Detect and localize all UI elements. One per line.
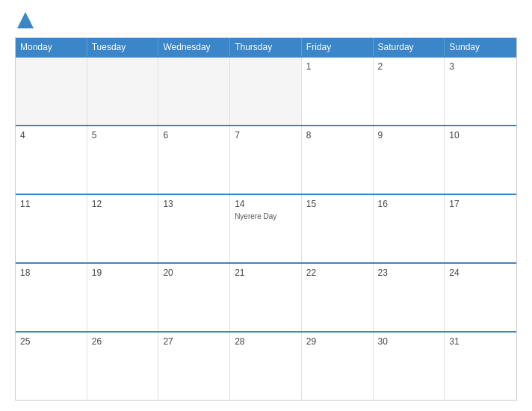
weekday-header: Saturday	[374, 38, 445, 56]
weekday-header: Monday	[16, 38, 87, 56]
calendar-cell: 7	[230, 126, 302, 194]
calendar-cell: 8	[302, 126, 374, 194]
calendar-row: 45678910	[16, 125, 516, 194]
calendar-cell: 30	[374, 333, 445, 400]
calendar-cell: 18	[16, 264, 87, 331]
weekday-header: Wednesday	[158, 38, 230, 56]
calendar-cell	[158, 58, 230, 125]
day-number: 21	[235, 268, 297, 278]
calendar-row: 123	[16, 56, 516, 125]
calendar-cell: 5	[87, 126, 159, 194]
calendar-cell: 26	[87, 333, 159, 400]
calendar-header: MondayTuesdayWednesdayThursdayFridaySatu…	[16, 38, 516, 56]
calendar-cell: 19	[87, 264, 159, 331]
day-number: 16	[378, 199, 440, 209]
calendar-cell: 14Nyerere Day	[230, 195, 302, 262]
calendar-cell: 3	[445, 58, 516, 125]
day-number: 30	[378, 336, 440, 347]
calendar-cell: 27	[158, 333, 230, 400]
calendar-cell: 15	[302, 195, 374, 262]
day-number: 8	[306, 130, 368, 140]
weekday-header: Tuesday	[87, 38, 159, 56]
calendar-cell: 2	[374, 58, 445, 125]
weekday-header: Friday	[302, 38, 374, 56]
calendar-row: 25262728293031	[16, 331, 516, 400]
day-number: 22	[306, 268, 368, 278]
calendar-cell: 21	[230, 264, 302, 331]
calendar-page: MondayTuesdayWednesdayThursdayFridaySatu…	[0, 0, 532, 411]
day-number: 17	[449, 199, 512, 209]
day-number: 12	[92, 199, 154, 209]
weekday-header: Sunday	[445, 38, 516, 56]
calendar-cell: 29	[302, 333, 374, 400]
day-number: 15	[306, 199, 368, 209]
calendar-cell: 12	[87, 195, 159, 262]
logo-icon	[17, 12, 34, 28]
day-number: 14	[235, 199, 297, 209]
svg-marker-0	[17, 12, 34, 28]
calendar-cell: 23	[374, 264, 445, 331]
day-number: 6	[163, 130, 225, 140]
day-number: 19	[92, 268, 154, 278]
calendar-cell	[230, 58, 302, 125]
day-number: 20	[163, 268, 225, 278]
day-number: 26	[92, 336, 154, 347]
day-number: 5	[92, 130, 154, 140]
day-number: 7	[235, 130, 297, 140]
calendar-grid: MondayTuesdayWednesdayThursdayFridaySatu…	[15, 37, 517, 401]
day-number: 23	[378, 268, 440, 278]
day-number: 25	[20, 336, 82, 347]
calendar-row: 11121314Nyerere Day151617	[16, 194, 516, 262]
day-number: 4	[20, 130, 82, 140]
calendar-cell: 28	[230, 333, 302, 400]
calendar-cell: 1	[302, 58, 374, 125]
holiday-label: Nyerere Day	[235, 212, 297, 221]
calendar-cell	[87, 58, 159, 125]
day-number: 1	[306, 61, 368, 72]
calendar-cell: 25	[16, 333, 87, 400]
day-number: 2	[378, 61, 440, 72]
page-header	[15, 13, 517, 30]
calendar-cell: 10	[445, 126, 516, 194]
day-number: 31	[449, 336, 512, 347]
day-number: 13	[163, 199, 225, 209]
calendar-cell: 24	[445, 264, 516, 331]
logo	[15, 13, 34, 30]
weekday-header: Thursday	[230, 38, 302, 56]
calendar-cell: 17	[445, 195, 516, 262]
calendar-cell: 20	[158, 264, 230, 331]
calendar-cell: 31	[445, 333, 516, 400]
calendar-cell: 16	[374, 195, 445, 262]
day-number: 29	[306, 336, 368, 347]
day-number: 24	[449, 268, 512, 278]
calendar-cell: 6	[158, 126, 230, 194]
day-number: 18	[20, 268, 82, 278]
day-number: 27	[163, 336, 225, 347]
day-number: 11	[20, 199, 82, 209]
calendar-row: 18192021222324	[16, 262, 516, 331]
calendar-cell: 4	[16, 126, 87, 194]
day-number: 10	[449, 130, 512, 140]
calendar-cell: 13	[158, 195, 230, 262]
calendar-cell	[16, 58, 87, 125]
calendar-cell: 11	[16, 195, 87, 262]
day-number: 3	[449, 61, 512, 72]
calendar-cell: 9	[374, 126, 445, 194]
calendar-body: 1234567891011121314Nyerere Day1516171819…	[16, 56, 516, 400]
calendar-cell: 22	[302, 264, 374, 331]
day-number: 9	[378, 130, 440, 140]
day-number: 28	[235, 336, 297, 347]
